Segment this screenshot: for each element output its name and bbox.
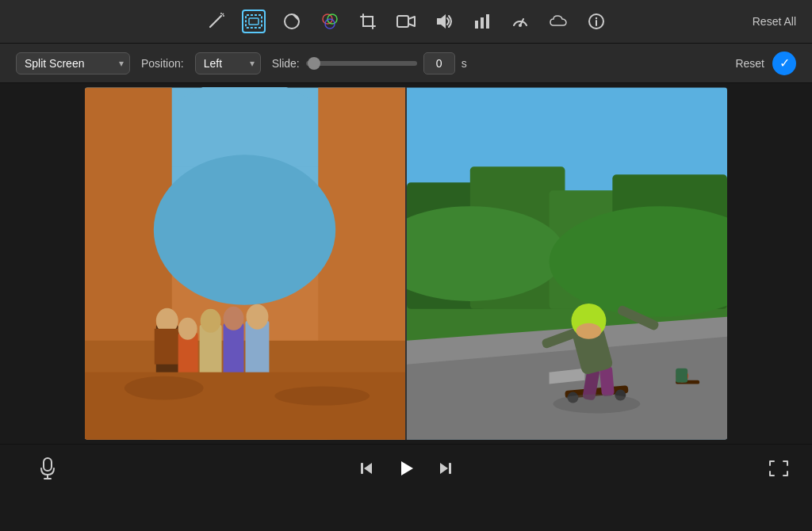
audio-icon[interactable]	[432, 10, 456, 33]
speed-icon[interactable]	[508, 10, 532, 33]
play-button[interactable]	[391, 453, 421, 483]
slider-thumb[interactable]	[308, 57, 320, 70]
svg-marker-73	[364, 463, 372, 474]
transform-icon[interactable]	[242, 10, 266, 33]
reset-all-button[interactable]: Reset All	[753, 15, 796, 28]
color-icon[interactable]	[318, 10, 342, 33]
skip-back-button[interactable]	[358, 460, 375, 477]
video-panel-right	[405, 87, 727, 440]
svg-point-44	[274, 387, 370, 406]
position-label: Position:	[141, 57, 184, 70]
position-select-wrapper: Left Right Top Bottom	[195, 52, 261, 74]
split-screen-container	[85, 87, 727, 440]
effect-select[interactable]: Split Screen Picture in Picture Side by …	[16, 52, 130, 74]
magic-wand-icon[interactable]	[204, 10, 228, 33]
svg-rect-16	[486, 14, 489, 29]
svg-point-41	[246, 304, 268, 330]
svg-marker-76	[440, 463, 448, 474]
effect-select-wrapper: Split Screen Picture in Picture Side by …	[16, 52, 130, 74]
confirm-button[interactable]: ✓	[772, 52, 796, 75]
svg-point-39	[224, 307, 244, 330]
svg-line-0	[210, 19, 218, 27]
svg-rect-7	[249, 18, 259, 25]
svg-point-2	[217, 18, 219, 20]
svg-point-18	[519, 24, 522, 27]
svg-point-35	[178, 318, 197, 340]
svg-marker-75	[401, 461, 413, 476]
video-panel-left	[85, 87, 405, 440]
chart-icon[interactable]	[470, 10, 494, 33]
filter-icon[interactable]	[280, 10, 304, 33]
seconds-label: s	[462, 57, 467, 70]
slide-label: Slide:	[272, 57, 300, 70]
microphone-button[interactable]	[40, 457, 56, 479]
svg-rect-33	[155, 329, 180, 365]
svg-rect-77	[449, 463, 451, 474]
svg-rect-70	[44, 458, 52, 471]
svg-rect-68	[676, 369, 688, 383]
svg-rect-15	[481, 17, 484, 29]
reset-section: Reset ✓	[735, 52, 796, 75]
svg-point-21	[596, 17, 597, 19]
crop-icon[interactable]	[356, 10, 380, 33]
svg-point-65	[576, 323, 601, 339]
info-icon[interactable]	[584, 10, 608, 33]
svg-point-30	[154, 155, 335, 305]
slide-slider[interactable]	[306, 61, 417, 66]
svg-rect-12	[397, 16, 408, 27]
playback-controls	[358, 453, 454, 483]
slide-section: Slide: 0 s	[272, 52, 725, 74]
video-camera-icon[interactable]	[394, 10, 418, 33]
bottom-controls	[0, 444, 812, 491]
svg-point-43	[124, 376, 204, 400]
slide-value: 0	[423, 52, 455, 74]
top-toolbar: Reset All	[0, 0, 812, 44]
svg-rect-74	[361, 463, 363, 474]
position-select[interactable]: Left Right Top Bottom	[195, 52, 261, 74]
reset-button[interactable]: Reset	[735, 57, 764, 70]
svg-marker-13	[437, 14, 446, 29]
svg-line-5	[222, 13, 224, 15]
svg-point-69	[553, 395, 641, 414]
svg-rect-14	[475, 21, 478, 29]
fullscreen-button[interactable]	[769, 460, 788, 476]
svg-rect-6	[246, 15, 262, 28]
svg-point-37	[201, 309, 221, 333]
cloud-icon[interactable]	[546, 10, 570, 33]
controls-bar: Split Screen Picture in Picture Side by …	[0, 44, 812, 83]
skip-forward-button[interactable]	[437, 460, 454, 477]
video-area	[0, 83, 812, 444]
